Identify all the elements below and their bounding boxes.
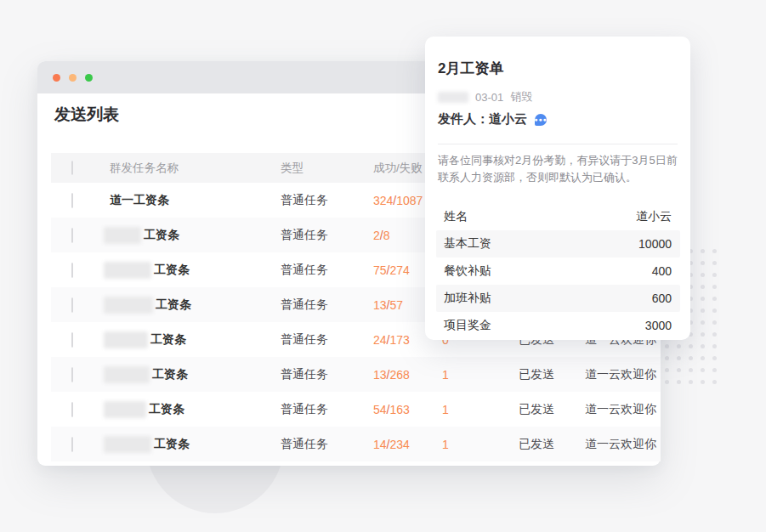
task-name: 工资条 bbox=[144, 228, 179, 243]
task-type: 普通任务 bbox=[281, 437, 371, 452]
redacted-text bbox=[104, 331, 148, 348]
page-title: 发送列表 bbox=[54, 104, 119, 126]
row-checkbox[interactable] bbox=[71, 228, 73, 243]
payslip-detail-table: 姓名道小云基本工资10000餐饮补贴400加班补贴600项目奖金3000 bbox=[425, 203, 690, 339]
traffic-light-maximize-button[interactable] bbox=[85, 74, 93, 82]
send-status: 已发送 bbox=[507, 402, 576, 417]
card-divider bbox=[438, 144, 678, 144]
recall-count: 1 bbox=[437, 403, 507, 416]
destroy-label: 销毁 bbox=[510, 89, 532, 105]
redacted-text bbox=[104, 227, 141, 244]
row-checkbox[interactable] bbox=[71, 332, 73, 348]
row-checkbox[interactable] bbox=[71, 297, 73, 313]
task-name: 工资条 bbox=[150, 332, 186, 348]
payslip-card-title: 2月工资单 bbox=[438, 59, 503, 78]
row-checkbox[interactable] bbox=[71, 402, 73, 417]
payslip-field-value: 600 bbox=[652, 291, 672, 305]
payslip-field-label: 餐饮补贴 bbox=[444, 263, 491, 279]
task-name: 工资条 bbox=[149, 402, 184, 417]
chat-bubble-icon: ●●● bbox=[535, 114, 547, 126]
traffic-light-minimize-button[interactable] bbox=[69, 74, 77, 82]
payslip-field-label: 姓名 bbox=[444, 209, 468, 224]
table-row: 工资条普通任务14/2341已发送道一云欢迎你 bbox=[51, 427, 661, 461]
payslip-field-row: 加班补贴600 bbox=[436, 285, 680, 312]
success-fail-count: 54/163 bbox=[371, 403, 437, 416]
task-type: 普通任务 bbox=[281, 297, 371, 313]
payslip-field-value: 道小云 bbox=[636, 209, 672, 224]
task-name: 工资条 bbox=[154, 437, 190, 452]
payslip-field-value: 3000 bbox=[645, 319, 672, 332]
redacted-text bbox=[104, 436, 151, 453]
task-name: 道一工资条 bbox=[110, 193, 169, 208]
task-type: 普通任务 bbox=[281, 367, 371, 382]
payslip-field-label: 项目奖金 bbox=[444, 318, 491, 333]
row-checkbox[interactable] bbox=[71, 437, 73, 452]
payslip-field-row: 基本工资10000 bbox=[436, 230, 680, 258]
table-row: 工资条普通任务13/2681已发送道一云欢迎你 bbox=[51, 357, 661, 392]
sender-name: 发件人：道小云 bbox=[438, 111, 527, 127]
payslip-meta-line: 03-01 销毁 bbox=[438, 89, 532, 105]
task-name: 工资条 bbox=[154, 263, 190, 278]
recall-count: 1 bbox=[437, 438, 507, 451]
row-checkbox[interactable] bbox=[71, 193, 73, 208]
task-type: 普通任务 bbox=[281, 332, 371, 348]
payslip-date: 03-01 bbox=[475, 91, 503, 104]
payslip-field-row: 姓名道小云 bbox=[436, 203, 680, 230]
payslip-notice: 请各位同事核对2月份考勤，有异议请于3月5日前联系人力资源部，否则即默认为已确认… bbox=[438, 152, 686, 186]
send-status: 已发送 bbox=[507, 367, 576, 382]
row-checkbox[interactable] bbox=[71, 367, 73, 382]
task-name: 工资条 bbox=[156, 297, 191, 313]
select-all-checkbox[interactable] bbox=[71, 161, 73, 175]
task-type: 普通任务 bbox=[281, 193, 371, 208]
app-name: 道一云欢迎你 bbox=[576, 367, 661, 382]
payslip-sender-line: 发件人：道小云 ●●● bbox=[438, 111, 547, 127]
redacted-text bbox=[104, 401, 146, 418]
column-header-task-name: 群发任务名称 bbox=[104, 161, 281, 176]
task-type: 普通任务 bbox=[281, 228, 371, 243]
redacted-text bbox=[104, 297, 153, 314]
payslip-field-label: 基本工资 bbox=[444, 236, 491, 252]
app-name: 道一云欢迎你 bbox=[576, 437, 661, 452]
payslip-field-row: 餐饮补贴400 bbox=[436, 258, 680, 285]
redacted-text bbox=[438, 92, 468, 103]
payslip-field-label: 加班补贴 bbox=[444, 291, 491, 306]
payslip-field-row: 项目奖金3000 bbox=[436, 312, 680, 339]
column-header-type: 类型 bbox=[281, 161, 371, 176]
task-type: 普通任务 bbox=[281, 402, 371, 417]
row-checkbox[interactable] bbox=[71, 263, 73, 278]
table-row: 工资条普通任务54/1631已发送道一云欢迎你 bbox=[51, 392, 661, 427]
recall-count: 1 bbox=[437, 368, 507, 382]
redacted-text bbox=[104, 262, 151, 279]
send-status: 已发送 bbox=[507, 437, 576, 452]
app-name: 道一云欢迎你 bbox=[576, 402, 661, 417]
payslip-field-value: 400 bbox=[652, 264, 672, 278]
success-fail-count: 13/268 bbox=[371, 368, 437, 382]
task-type: 普通任务 bbox=[281, 263, 371, 278]
payslip-card: 2月工资单 03-01 销毁 发件人：道小云 ●●● 请各位同事核对2月份考勤，… bbox=[425, 37, 690, 340]
redacted-text bbox=[104, 366, 150, 383]
page: 发送列表 群发任务名称 类型 成功/失败 道一工资条普通任务324/1087工资… bbox=[0, 0, 766, 532]
success-fail-count: 14/234 bbox=[371, 438, 437, 451]
task-name: 工资条 bbox=[152, 367, 188, 382]
traffic-light-close-button[interactable] bbox=[53, 74, 60, 82]
payslip-field-value: 10000 bbox=[638, 237, 672, 251]
